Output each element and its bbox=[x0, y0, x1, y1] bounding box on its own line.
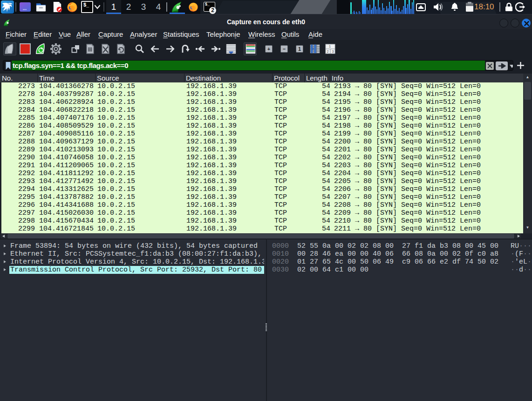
svg-text:3: 3 bbox=[332, 50, 334, 53]
svg-text:1: 1 bbox=[329, 45, 331, 48]
svg-text:2: 2 bbox=[327, 50, 329, 53]
